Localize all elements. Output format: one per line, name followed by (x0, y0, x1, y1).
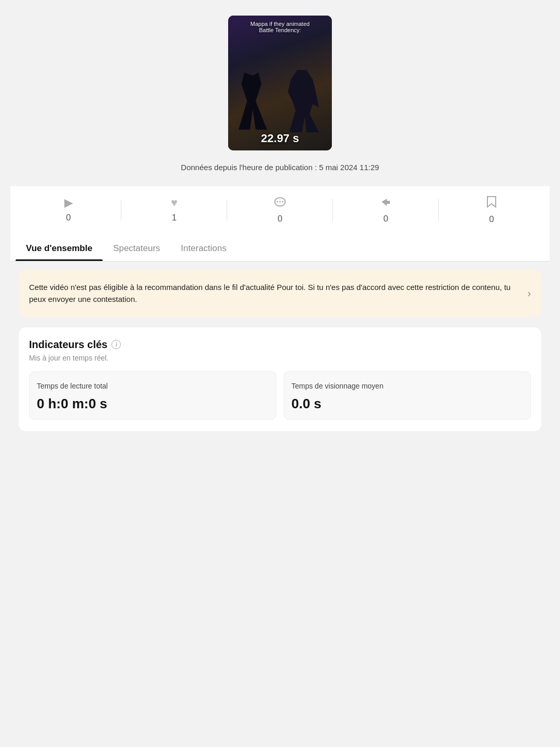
tab-vue-ensemble[interactable]: Vue d'ensemble (16, 234, 103, 261)
total-time-label: Temps de lecture total (37, 381, 269, 391)
avg-time-value: 0.0 s (291, 396, 523, 412)
total-time-value: 0 h:0 m:0 s (37, 396, 269, 412)
figure-left (239, 73, 267, 130)
video-duration: 22.97 s (261, 132, 299, 145)
stats-row: ▶ 0 ♥ 1 0 0 (10, 186, 550, 234)
stat-comments[interactable]: 0 (227, 196, 333, 224)
stat-saves[interactable]: 0 (439, 196, 544, 225)
share-icon (380, 196, 392, 210)
comments-value: 0 (277, 214, 282, 224)
stat-likes[interactable]: ♥ 1 (121, 197, 227, 223)
tabs-container: Vue d'ensemble Spectateurs Interactions (10, 234, 550, 261)
metrics-subtitle: Mis à jour en temps réel. (29, 354, 531, 362)
video-thumbnail-wrapper: Mappa if they animated Battle Tendency: … (10, 16, 550, 150)
tab-spectateurs[interactable]: Spectateurs (103, 234, 171, 261)
metrics-title: Indicateurs clés i (29, 339, 121, 351)
info-icon[interactable]: i (111, 340, 121, 349)
shares-value: 0 (383, 214, 388, 224)
metric-card-total-time: Temps de lecture total 0 h:0 m:0 s (29, 371, 276, 420)
saves-value: 0 (489, 214, 494, 225)
metrics-cards: Temps de lecture total 0 h:0 m:0 s Temps… (29, 371, 531, 420)
comment-icon (274, 196, 286, 210)
stat-plays[interactable]: ▶ 0 (16, 197, 121, 223)
stat-shares[interactable]: 0 (333, 196, 439, 224)
svg-point-3 (282, 201, 284, 203)
avg-time-label: Temps de visionnage moyen (291, 381, 523, 391)
metrics-header: Indicateurs clés i (29, 339, 531, 351)
play-icon: ▶ (64, 197, 73, 209)
alert-text: Cette vidéo n'est pas éligible à la reco… (29, 281, 520, 306)
page-container: Mappa if they animated Battle Tendency: … (0, 0, 560, 747)
svg-point-1 (277, 201, 278, 203)
video-bg: Mappa if they animated Battle Tendency: … (228, 16, 332, 150)
svg-point-2 (279, 201, 281, 203)
bookmark-icon (486, 196, 497, 210)
pub-date: Données depuis l'heure de publication : … (10, 163, 550, 172)
tab-interactions[interactable]: Interactions (171, 234, 237, 261)
alert-chevron-icon: › (527, 287, 531, 299)
figure-right (288, 70, 319, 132)
video-thumbnail[interactable]: Mappa if they animated Battle Tendency: … (228, 16, 332, 150)
heart-icon: ♥ (171, 197, 177, 209)
alert-box[interactable]: Cette vidéo n'est pas éligible à la reco… (19, 270, 541, 317)
likes-value: 1 (172, 213, 176, 223)
metrics-section: Indicateurs clés i Mis à jour en temps r… (19, 327, 541, 432)
video-caption: Mappa if they animated Battle Tendency: (233, 21, 327, 33)
plays-value: 0 (66, 213, 71, 223)
metric-card-avg-time: Temps de visionnage moyen 0.0 s (284, 371, 531, 420)
